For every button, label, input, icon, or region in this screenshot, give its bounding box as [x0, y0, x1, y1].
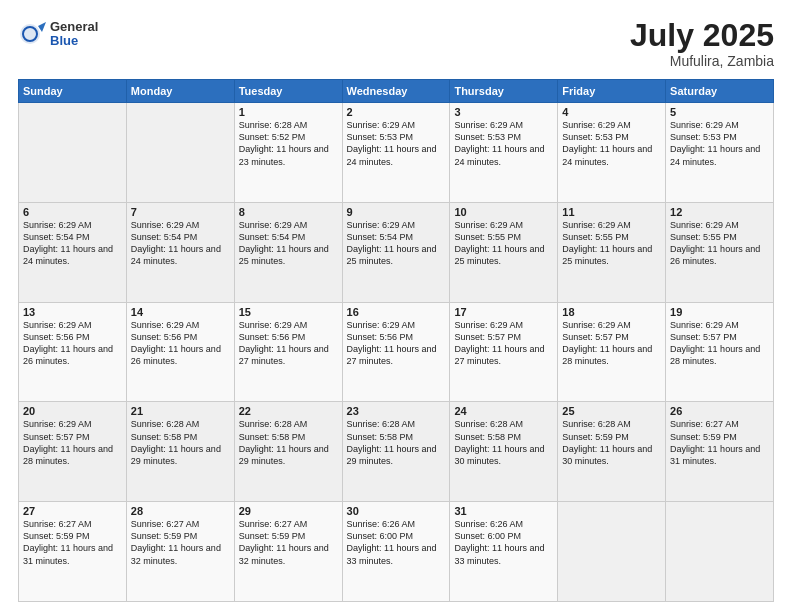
day-number: 26 — [670, 405, 769, 417]
day-info: Sunrise: 6:29 AM Sunset: 5:57 PM Dayligh… — [670, 319, 769, 368]
day-number: 12 — [670, 206, 769, 218]
calendar-cell: 28Sunrise: 6:27 AM Sunset: 5:59 PM Dayli… — [126, 502, 234, 602]
header-day: Thursday — [450, 80, 558, 103]
day-number: 6 — [23, 206, 122, 218]
day-number: 23 — [347, 405, 446, 417]
day-info: Sunrise: 6:29 AM Sunset: 5:56 PM Dayligh… — [23, 319, 122, 368]
calendar-cell: 9Sunrise: 6:29 AM Sunset: 5:54 PM Daylig… — [342, 202, 450, 302]
calendar-table: SundayMondayTuesdayWednesdayThursdayFrid… — [18, 79, 774, 602]
calendar-cell: 12Sunrise: 6:29 AM Sunset: 5:55 PM Dayli… — [666, 202, 774, 302]
calendar-cell: 22Sunrise: 6:28 AM Sunset: 5:58 PM Dayli… — [234, 402, 342, 502]
day-info: Sunrise: 6:26 AM Sunset: 6:00 PM Dayligh… — [454, 518, 553, 567]
day-number: 29 — [239, 505, 338, 517]
calendar-week-row: 1Sunrise: 6:28 AM Sunset: 5:52 PM Daylig… — [19, 103, 774, 203]
day-number: 15 — [239, 306, 338, 318]
calendar-cell: 24Sunrise: 6:28 AM Sunset: 5:58 PM Dayli… — [450, 402, 558, 502]
day-number: 22 — [239, 405, 338, 417]
calendar-cell: 25Sunrise: 6:28 AM Sunset: 5:59 PM Dayli… — [558, 402, 666, 502]
day-number: 20 — [23, 405, 122, 417]
header-day: Wednesday — [342, 80, 450, 103]
header-day: Monday — [126, 80, 234, 103]
calendar-cell: 13Sunrise: 6:29 AM Sunset: 5:56 PM Dayli… — [19, 302, 127, 402]
header-day: Friday — [558, 80, 666, 103]
day-number: 9 — [347, 206, 446, 218]
calendar-cell: 14Sunrise: 6:29 AM Sunset: 5:56 PM Dayli… — [126, 302, 234, 402]
calendar-cell: 17Sunrise: 6:29 AM Sunset: 5:57 PM Dayli… — [450, 302, 558, 402]
day-number: 4 — [562, 106, 661, 118]
calendar-cell: 27Sunrise: 6:27 AM Sunset: 5:59 PM Dayli… — [19, 502, 127, 602]
calendar-cell — [666, 502, 774, 602]
day-info: Sunrise: 6:29 AM Sunset: 5:55 PM Dayligh… — [670, 219, 769, 268]
calendar-cell: 29Sunrise: 6:27 AM Sunset: 5:59 PM Dayli… — [234, 502, 342, 602]
day-number: 13 — [23, 306, 122, 318]
day-number: 14 — [131, 306, 230, 318]
day-number: 18 — [562, 306, 661, 318]
calendar-cell: 7Sunrise: 6:29 AM Sunset: 5:54 PM Daylig… — [126, 202, 234, 302]
day-number: 21 — [131, 405, 230, 417]
day-info: Sunrise: 6:28 AM Sunset: 5:52 PM Dayligh… — [239, 119, 338, 168]
logo-blue-text: Blue — [50, 34, 98, 48]
logo-icon — [18, 18, 50, 50]
day-info: Sunrise: 6:29 AM Sunset: 5:53 PM Dayligh… — [454, 119, 553, 168]
calendar-title: July 2025 — [630, 18, 774, 53]
day-info: Sunrise: 6:29 AM Sunset: 5:55 PM Dayligh… — [454, 219, 553, 268]
calendar-cell: 5Sunrise: 6:29 AM Sunset: 5:53 PM Daylig… — [666, 103, 774, 203]
day-info: Sunrise: 6:29 AM Sunset: 5:53 PM Dayligh… — [670, 119, 769, 168]
header-day: Sunday — [19, 80, 127, 103]
calendar-week-row: 27Sunrise: 6:27 AM Sunset: 5:59 PM Dayli… — [19, 502, 774, 602]
header-day: Saturday — [666, 80, 774, 103]
day-info: Sunrise: 6:28 AM Sunset: 5:59 PM Dayligh… — [562, 418, 661, 467]
calendar-location: Mufulira, Zambia — [630, 53, 774, 69]
logo-general-text: General — [50, 20, 98, 34]
day-number: 17 — [454, 306, 553, 318]
calendar-cell: 19Sunrise: 6:29 AM Sunset: 5:57 PM Dayli… — [666, 302, 774, 402]
day-number: 5 — [670, 106, 769, 118]
day-number: 16 — [347, 306, 446, 318]
day-info: Sunrise: 6:29 AM Sunset: 5:56 PM Dayligh… — [239, 319, 338, 368]
calendar-cell: 1Sunrise: 6:28 AM Sunset: 5:52 PM Daylig… — [234, 103, 342, 203]
day-number: 11 — [562, 206, 661, 218]
day-number: 31 — [454, 505, 553, 517]
day-number: 27 — [23, 505, 122, 517]
day-number: 25 — [562, 405, 661, 417]
day-info: Sunrise: 6:29 AM Sunset: 5:53 PM Dayligh… — [562, 119, 661, 168]
day-info: Sunrise: 6:26 AM Sunset: 6:00 PM Dayligh… — [347, 518, 446, 567]
calendar-week-row: 20Sunrise: 6:29 AM Sunset: 5:57 PM Dayli… — [19, 402, 774, 502]
day-info: Sunrise: 6:29 AM Sunset: 5:54 PM Dayligh… — [23, 219, 122, 268]
calendar-cell — [19, 103, 127, 203]
calendar-week-row: 13Sunrise: 6:29 AM Sunset: 5:56 PM Dayli… — [19, 302, 774, 402]
calendar-cell: 6Sunrise: 6:29 AM Sunset: 5:54 PM Daylig… — [19, 202, 127, 302]
day-info: Sunrise: 6:29 AM Sunset: 5:57 PM Dayligh… — [562, 319, 661, 368]
title-block: July 2025 Mufulira, Zambia — [630, 18, 774, 69]
day-number: 2 — [347, 106, 446, 118]
day-info: Sunrise: 6:29 AM Sunset: 5:57 PM Dayligh… — [23, 418, 122, 467]
day-number: 10 — [454, 206, 553, 218]
day-number: 28 — [131, 505, 230, 517]
day-info: Sunrise: 6:29 AM Sunset: 5:56 PM Dayligh… — [347, 319, 446, 368]
calendar-cell: 11Sunrise: 6:29 AM Sunset: 5:55 PM Dayli… — [558, 202, 666, 302]
day-info: Sunrise: 6:29 AM Sunset: 5:54 PM Dayligh… — [131, 219, 230, 268]
day-number: 8 — [239, 206, 338, 218]
day-info: Sunrise: 6:27 AM Sunset: 5:59 PM Dayligh… — [131, 518, 230, 567]
day-info: Sunrise: 6:27 AM Sunset: 5:59 PM Dayligh… — [670, 418, 769, 467]
page: General Blue July 2025 Mufulira, Zambia … — [0, 0, 792, 612]
day-number: 19 — [670, 306, 769, 318]
header-day: Tuesday — [234, 80, 342, 103]
calendar-cell: 15Sunrise: 6:29 AM Sunset: 5:56 PM Dayli… — [234, 302, 342, 402]
day-info: Sunrise: 6:29 AM Sunset: 5:56 PM Dayligh… — [131, 319, 230, 368]
calendar-cell — [558, 502, 666, 602]
calendar-cell: 16Sunrise: 6:29 AM Sunset: 5:56 PM Dayli… — [342, 302, 450, 402]
calendar-cell: 8Sunrise: 6:29 AM Sunset: 5:54 PM Daylig… — [234, 202, 342, 302]
day-info: Sunrise: 6:28 AM Sunset: 5:58 PM Dayligh… — [131, 418, 230, 467]
header-row: SundayMondayTuesdayWednesdayThursdayFrid… — [19, 80, 774, 103]
calendar-cell: 4Sunrise: 6:29 AM Sunset: 5:53 PM Daylig… — [558, 103, 666, 203]
logo: General Blue — [18, 18, 98, 50]
day-info: Sunrise: 6:29 AM Sunset: 5:53 PM Dayligh… — [347, 119, 446, 168]
day-info: Sunrise: 6:29 AM Sunset: 5:55 PM Dayligh… — [562, 219, 661, 268]
day-info: Sunrise: 6:29 AM Sunset: 5:54 PM Dayligh… — [239, 219, 338, 268]
day-info: Sunrise: 6:27 AM Sunset: 5:59 PM Dayligh… — [239, 518, 338, 567]
calendar-cell: 31Sunrise: 6:26 AM Sunset: 6:00 PM Dayli… — [450, 502, 558, 602]
calendar-cell: 20Sunrise: 6:29 AM Sunset: 5:57 PM Dayli… — [19, 402, 127, 502]
calendar-week-row: 6Sunrise: 6:29 AM Sunset: 5:54 PM Daylig… — [19, 202, 774, 302]
day-info: Sunrise: 6:28 AM Sunset: 5:58 PM Dayligh… — [454, 418, 553, 467]
